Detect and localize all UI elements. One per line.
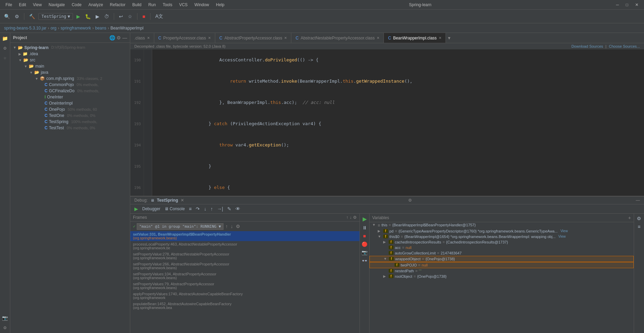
translate-button[interactable]: A文 bbox=[154, 13, 165, 20]
code-content[interactable]: 190 AccessController.doPrivileged(() -> … bbox=[130, 49, 644, 196]
var-cached-arrow[interactable]: ▶ bbox=[383, 240, 387, 244]
tab-class[interactable]: .class ✕ bbox=[130, 33, 154, 43]
frame-item-5[interactable]: setPropertyValues:79, AbstractPropertyAc… bbox=[130, 281, 360, 291]
var-autogrow[interactable]: ▶ f autoGrowCollectionLimit = 2147483647 bbox=[369, 250, 634, 256]
window-restore[interactable]: □ bbox=[623, 2, 631, 8]
thread-up-btn[interactable]: ↑ bbox=[225, 223, 229, 230]
debug-gear-btn[interactable]: ⚙ bbox=[408, 198, 412, 203]
debug-run-cursor-btn[interactable]: →| bbox=[216, 205, 224, 212]
tab-apa-close[interactable]: ✕ bbox=[284, 36, 287, 40]
var-wrapped[interactable]: ▼ f wrappedObject = {OnePojo@1738} bbox=[369, 256, 634, 262]
bookmark-button[interactable]: ☆ bbox=[126, 13, 134, 20]
tab-beanwrapper[interactable]: C BeanWrapperImpl.class ✕ bbox=[384, 33, 446, 43]
tab-abstract-pa[interactable]: C AbstractPropertyAccessor.class ✕ bbox=[215, 33, 291, 43]
menu-window[interactable]: Window bbox=[192, 2, 212, 8]
menu-vcs[interactable]: VCS bbox=[177, 2, 191, 8]
menu-edit[interactable]: Edit bbox=[16, 2, 29, 8]
tree-package[interactable]: ▼ 📦 com.mjh.spring 33% classes, 2 bbox=[10, 75, 130, 82]
tab-class-close[interactable]: ✕ bbox=[147, 36, 150, 40]
stop-button[interactable]: ■ bbox=[141, 13, 146, 20]
window-close[interactable]: ✕ bbox=[632, 2, 641, 8]
menu-tools[interactable]: Tools bbox=[160, 2, 175, 8]
tree-oneinterimpl[interactable]: ▶ C OneInterImpl bbox=[10, 100, 130, 106]
tree-src[interactable]: ▼ 📂 src bbox=[10, 57, 130, 63]
menu-analyze[interactable]: Analyze bbox=[86, 2, 106, 8]
console-tab-btn[interactable]: 🖥 Console bbox=[163, 206, 186, 212]
debug-watch-btn[interactable]: 👁 bbox=[234, 205, 242, 212]
frame-item-4[interactable]: setPropertyValues:104, AbstractPropertyA… bbox=[130, 271, 360, 281]
sidebar-settings-btn[interactable]: ⚙ bbox=[117, 35, 121, 40]
tree-testone[interactable]: ▶ C TestOne 0% methods, 0% bbox=[10, 112, 130, 119]
frame-item-0[interactable]: setValue:331, BeanWrapperImpl$BeanProper… bbox=[130, 231, 360, 241]
var-this0-view[interactable]: View bbox=[558, 235, 566, 238]
tree-main[interactable]: ▼ 📂 main bbox=[10, 63, 130, 69]
run-button[interactable]: ▶ bbox=[75, 13, 82, 20]
build-button[interactable]: 🔨 bbox=[28, 13, 36, 20]
debug-button[interactable]: 🐛 bbox=[84, 13, 92, 20]
tab-overflow[interactable]: ▼ bbox=[446, 36, 452, 40]
tab-pa-close[interactable]: ✕ bbox=[208, 36, 211, 40]
debug-stop-side[interactable]: ■ bbox=[362, 233, 367, 239]
choose-sources-link[interactable]: Choose Sources... bbox=[609, 44, 640, 48]
menu-refactor[interactable]: Refactor bbox=[107, 2, 128, 8]
var-pd-arrow[interactable]: ▶ bbox=[378, 229, 382, 233]
var-this0-arrow[interactable]: ▼ bbox=[378, 235, 382, 238]
run-config-selector[interactable]: TestSpring ▼ bbox=[38, 13, 73, 20]
settings-button[interactable]: ⚙ bbox=[13, 13, 21, 20]
var-pd-view[interactable]: View bbox=[560, 229, 568, 233]
menu-view[interactable]: View bbox=[30, 2, 45, 8]
frames-down-btn[interactable]: ↓ bbox=[350, 215, 352, 220]
right-collapse-btn[interactable]: ≡ bbox=[636, 223, 642, 230]
project-icon[interactable]: 📁 bbox=[1, 34, 9, 43]
frame-item-2[interactable]: setPropertyValue:278, AbstractNestablePr… bbox=[130, 251, 360, 261]
debug-pause-side[interactable]: ⏸ bbox=[361, 224, 368, 231]
debug-layout-btn[interactable]: ≡ bbox=[187, 205, 193, 212]
tree-idea[interactable]: ▶ 📁 .idea bbox=[10, 51, 130, 57]
variables-add-btn[interactable]: + bbox=[628, 215, 631, 221]
breadcrumb-jar[interactable]: spring-beans-5.3.10.jar bbox=[4, 26, 46, 31]
vcs-button[interactable]: ↩ bbox=[118, 13, 124, 20]
tree-java[interactable]: ▼ 📂 java bbox=[10, 69, 130, 75]
frame-item-6[interactable]: applyPropertyValues:1740, AbstractAutowi… bbox=[130, 291, 360, 301]
debug-eval-btn[interactable]: ✎ bbox=[226, 205, 233, 212]
tab-property-accessor[interactable]: C PropertyAccessor.class ✕ bbox=[154, 33, 215, 43]
thread-filter-btn[interactable]: ⚙ bbox=[235, 223, 241, 230]
sidebar-gear-btn[interactable]: — bbox=[122, 35, 127, 40]
debug-resume-btn[interactable]: ▶ bbox=[133, 205, 139, 212]
frames-up-btn[interactable]: ↑ bbox=[346, 215, 348, 220]
menu-help[interactable]: Help bbox=[213, 2, 227, 8]
tree-testspring[interactable]: ▶ C TestSpring 100% methods, bbox=[10, 119, 130, 125]
frames-filter-btn[interactable]: ⚙ bbox=[353, 215, 357, 220]
sidebar-globe-btn[interactable]: 🌐 bbox=[109, 35, 115, 40]
debug-step-over-side[interactable]: ▶ bbox=[361, 215, 368, 223]
debug-collapse-btn[interactable]: — bbox=[636, 198, 640, 203]
right-settings-btn[interactable]: ⚙ bbox=[635, 215, 643, 222]
var-acc[interactable]: ▶ f acc = null bbox=[369, 245, 634, 250]
frame-item-1[interactable]: processLocalProperty:463, AbstractNestab… bbox=[130, 241, 360, 251]
debugger-tab-btn[interactable]: Debugger bbox=[141, 206, 162, 212]
var-this0[interactable]: ▼ f this$0 = {BeanWrapperImpl@1654} *org… bbox=[369, 234, 634, 239]
tree-onepojo[interactable]: ▶ C OnePojo 50% methods, 60 bbox=[10, 106, 130, 112]
thread-down-btn[interactable]: ↓ bbox=[230, 223, 234, 230]
debug-camera-side[interactable]: 📷 bbox=[360, 249, 369, 256]
debug-step-out-btn[interactable]: ↑ bbox=[209, 205, 214, 212]
tab-abstract-npa[interactable]: C AbstractNestablePropertyAccessor.class… bbox=[291, 33, 384, 43]
tab-anpa-close[interactable]: ✕ bbox=[377, 36, 379, 40]
thread-dropdown[interactable]: "main" @1 in group "main": RUNNING ▼ bbox=[137, 223, 223, 230]
var-wrapped-arrow[interactable]: ▼ bbox=[384, 257, 388, 261]
breadcrumb-classname[interactable]: BeanWrapperImpl bbox=[110, 26, 144, 31]
tree-commonpojo[interactable]: ▶ C CommonPojo 0% methods, bbox=[10, 82, 130, 88]
download-sources-link[interactable]: Download Sources bbox=[571, 44, 603, 48]
var-this-arrow[interactable]: ▼ bbox=[372, 223, 376, 227]
var-pd[interactable]: ▶ f pd = {GenericTypeAwarePropertyDescri… bbox=[369, 228, 634, 234]
tree-gcfinalize[interactable]: ▶ C GCFinalizeDo 0% methods, bbox=[10, 88, 130, 94]
menu-file[interactable]: File bbox=[3, 2, 15, 8]
var-cached[interactable]: ▶ f cachedIntrospectionResults = {Cached… bbox=[369, 239, 634, 245]
breadcrumb-springframework[interactable]: springframework bbox=[61, 26, 91, 31]
tree-root[interactable]: ▼ 📂 Spring-learn D:\代码\Spring-learn bbox=[10, 44, 130, 51]
structure-icon[interactable]: ⚙ bbox=[2, 44, 8, 52]
debug-tab-close[interactable]: ✕ bbox=[181, 198, 184, 203]
menu-build[interactable]: Build bbox=[130, 2, 144, 8]
debug-tab-name[interactable]: TestSpring bbox=[157, 198, 178, 203]
frame-item-7[interactable]: populateBean:1452, AbstractAutowireCapab… bbox=[130, 301, 360, 311]
